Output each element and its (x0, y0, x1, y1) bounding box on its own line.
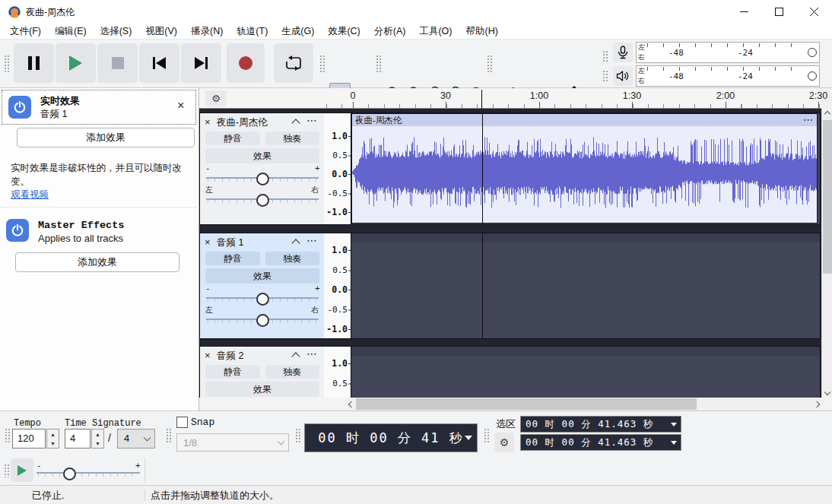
clip-menu-icon[interactable]: ⋯ (803, 114, 814, 126)
stop-button[interactable] (97, 43, 138, 83)
timeline-options-button[interactable]: ⚙ (205, 90, 227, 106)
watch-video-link[interactable]: 观看视频 (11, 189, 49, 201)
setup-grip[interactable] (487, 55, 492, 73)
record-meter-button[interactable] (613, 43, 633, 62)
playback-meter-button[interactable] (613, 66, 633, 86)
track3-wave-area[interactable] (351, 347, 820, 398)
play-at-speed-button[interactable] (11, 458, 33, 482)
menu-tools[interactable]: 工具(O) (412, 23, 459, 40)
time-display[interactable]: 00 时 00 分 41 秒 (304, 423, 478, 452)
pan-slider[interactable] (206, 314, 319, 325)
snap-grip[interactable] (166, 428, 171, 443)
maximize-button[interactable] (761, 0, 796, 23)
mute-button[interactable]: 静音 (205, 132, 260, 145)
time-display-dropdown-icon[interactable] (465, 436, 472, 440)
track-name[interactable]: 音频 1 (217, 236, 243, 249)
timesig-lower-select[interactable]: 4 (117, 429, 155, 449)
loop-button[interactable] (274, 43, 313, 83)
skip-start-button[interactable] (139, 43, 179, 83)
track3-vertical-ruler[interactable]: 1.0 0.5 (324, 347, 351, 398)
menu-transport[interactable]: 播录(N) (184, 23, 230, 40)
master-add-effect-button[interactable]: 添加效果 (15, 252, 179, 272)
pause-button[interactable] (14, 43, 54, 83)
menu-analyze[interactable]: 分析(A) (367, 23, 413, 40)
time-toolbar-grip[interactable] (5, 428, 10, 443)
meter-grip-2[interactable] (602, 70, 608, 82)
vertical-scroll-thumb[interactable] (823, 120, 832, 274)
effects-button[interactable]: 效果 (205, 382, 319, 397)
solo-button[interactable]: 独奏 (265, 132, 319, 145)
minimize-button[interactable] (726, 0, 761, 23)
horizontal-scrollbar[interactable] (346, 398, 821, 410)
selection-start-field[interactable]: 00 时 00 分 41.463 秒 (520, 416, 681, 433)
record-button[interactable] (227, 43, 265, 83)
menu-tracks[interactable]: 轨道(T) (230, 23, 275, 40)
gain-knob[interactable] (256, 173, 269, 185)
track-name[interactable]: 夜曲-周杰伦 (217, 116, 268, 129)
vertical-scrollbar[interactable] (821, 109, 832, 398)
gain-knob[interactable] (256, 293, 269, 306)
mute-button[interactable]: 静音 (205, 252, 260, 265)
menu-edit[interactable]: 编辑(E) (48, 23, 94, 40)
close-button[interactable] (796, 0, 831, 23)
clip-header[interactable]: 夜曲-周杰伦 ⋯ (352, 114, 817, 126)
track-close-icon[interactable]: × (205, 236, 211, 248)
pan-slider[interactable] (206, 194, 319, 204)
snap-checkbox[interactable] (176, 417, 188, 428)
timesig-upper-input[interactable]: 4 (65, 429, 91, 449)
track1-wave-area[interactable]: 夜曲-周杰伦 ⋯ (351, 113, 820, 224)
playback-meter-scale[interactable]: 左 右 -48 -24 (636, 65, 820, 87)
track-row-3[interactable]: × 音频 2 ⋯ 静音 独奏 效果 - + 1.0 0.5 (199, 346, 821, 398)
timedisplay-grip[interactable] (295, 428, 300, 443)
track-close-icon[interactable]: × (205, 350, 211, 361)
solo-button[interactable]: 独奏 (265, 252, 319, 265)
tools-grip[interactable] (319, 55, 325, 73)
selection-options-button[interactable]: ⚙ (494, 433, 514, 452)
tempo-input[interactable]: 120 (12, 429, 46, 449)
track1-vertical-ruler[interactable]: 1.0 0.5 0.0 -0.5 -1.0 (324, 113, 351, 224)
track-menu-icon[interactable]: ⋯ (306, 347, 318, 360)
effects-panel-close-icon[interactable]: × (177, 99, 184, 113)
tempo-spinner[interactable]: ▲▼ (46, 429, 59, 449)
track-menu-icon[interactable]: ⋯ (306, 114, 318, 126)
track-close-icon[interactable]: × (205, 116, 211, 128)
menu-effect[interactable]: 效果(C) (321, 23, 367, 40)
scroll-right-arrow[interactable] (811, 398, 821, 410)
edit-grip[interactable] (376, 55, 381, 73)
selection-grip[interactable] (484, 428, 489, 443)
timeline-ruler[interactable]: ⚙ 0301:001:302:002:30 (199, 88, 821, 109)
play-speed-slider[interactable]: - + (37, 461, 140, 480)
horizontal-scroll-thumb[interactable] (356, 398, 697, 410)
menu-file[interactable]: 文件(F) (3, 23, 48, 40)
power-icon[interactable] (8, 96, 31, 119)
effects-button[interactable]: 效果 (205, 148, 319, 163)
collapse-icon[interactable] (291, 352, 300, 360)
track2-vertical-ruler[interactable]: 1.0 0.5 0.0 -0.5 -1.0 (324, 233, 351, 338)
track-row-2[interactable]: × 音频 1 ⋯ 静音 独奏 效果 - + 左 右 1.0 0.5 0.0 -0… (199, 233, 821, 339)
track-menu-icon[interactable]: ⋯ (306, 234, 318, 246)
play-button[interactable] (56, 43, 96, 83)
selection-start-dropdown-icon[interactable] (671, 423, 677, 426)
selection-end-field[interactable]: 00 时 00 分 41.463 秒 (520, 434, 681, 451)
pan-knob[interactable] (256, 194, 269, 207)
scroll-down-arrow[interactable] (822, 387, 832, 398)
scroll-left-arrow[interactable] (346, 398, 356, 410)
mute-button[interactable]: 静音 (205, 365, 260, 379)
timesig-spinner[interactable]: ▲▼ (91, 429, 104, 449)
audio-clip[interactable]: 夜曲-周杰伦 ⋯ (351, 113, 818, 223)
gain-slider[interactable] (206, 293, 319, 303)
add-effect-button[interactable]: 添加效果 (17, 128, 195, 147)
meter-grip-1[interactable] (602, 50, 608, 62)
recording-meter-scale[interactable]: 左 右 -48 -24 (636, 42, 820, 63)
speed-grip[interactable] (4, 464, 9, 477)
track-name[interactable]: 音频 2 (217, 350, 243, 363)
menu-help[interactable]: 帮助(H) (459, 23, 504, 40)
gain-slider[interactable] (206, 173, 319, 183)
track2-wave-area[interactable] (351, 233, 820, 338)
menu-generate[interactable]: 生成(G) (275, 23, 321, 40)
master-power-icon[interactable] (6, 219, 29, 242)
menu-select[interactable]: 选择(S) (94, 23, 139, 40)
solo-button[interactable]: 独奏 (265, 365, 319, 379)
skip-end-button[interactable] (181, 43, 221, 83)
snap-select[interactable]: 1/8 (176, 433, 289, 452)
